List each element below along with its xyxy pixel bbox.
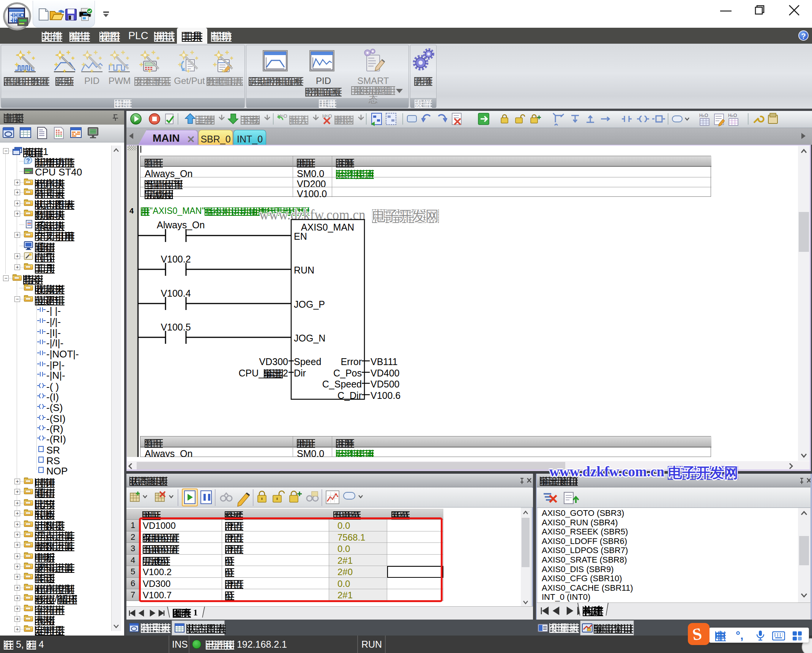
svg-text:HKO: HKO [728,113,737,118]
svg-text:HKO: HKO [699,113,708,118]
